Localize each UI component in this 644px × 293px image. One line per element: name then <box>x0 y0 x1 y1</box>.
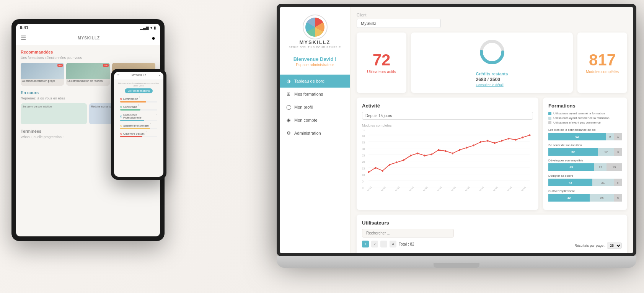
battery-icon: ▮ <box>154 26 156 30</box>
formation-bars-5: 42 25 5 <box>548 194 622 202</box>
phone-trait-extraversion: Extraversion › <box>117 96 160 104</box>
legend-started: Utilisateurs ayant commencé la formation <box>548 116 622 120</box>
fbar-started-1: 9 <box>606 133 614 140</box>
tablet-status-bar: 9:41 ▂▄▆ ▾ ▮ <box>16 24 160 31</box>
svg-text:10: 10 <box>362 173 365 177</box>
in-progress-card-1[interactable]: Se servir de son intuition <box>21 103 87 124</box>
formation-bars-1: 62 9 1 <box>548 133 622 140</box>
user-icon: ◯ <box>286 104 291 110</box>
tablet-brand: MYSKILLZ <box>78 36 100 40</box>
sidebar-item-tableau-de-bord[interactable]: ◑ Tableau de bord <box>280 75 350 88</box>
formation-name-2: Se servir de son intuition <box>548 143 622 147</box>
svg-text:15: 15 <box>362 166 365 170</box>
client-section: Client MySkillz <box>357 13 627 28</box>
chevron-convivialite[interactable]: › <box>138 103 139 107</box>
fbar-notstarted-4: 8 <box>614 179 622 186</box>
trait-bar-bg-4 <box>120 128 157 129</box>
phone-trait-ouverture: Ouverture d'esprit › <box>117 131 160 138</box>
middle-row: Activité Depuis 15 jours Modules complét… <box>357 98 627 210</box>
fbar-notstarted-2: 3 <box>614 148 622 156</box>
chart-area: 0 5 10 15 20 25 30 35 40 45 <box>362 130 533 205</box>
page-btn-dots[interactable]: ... <box>380 241 387 247</box>
sidebar-welcome: Bienvenue David ! <box>293 56 337 62</box>
trait-dot-ouverture <box>120 133 122 135</box>
fbar-notstarted-5: 5 <box>614 194 622 202</box>
tablet-time: 9:41 <box>20 25 28 30</box>
sidebar-brand: MYSKILLZ <box>300 39 331 45</box>
fbar-notstarted-1: 1 <box>614 133 622 140</box>
hamburger-icon[interactable]: ☰ <box>21 34 26 42</box>
svg-point-31 <box>438 149 439 151</box>
total-label: Total : 82 <box>399 242 414 246</box>
grid-icon: ⊞ <box>286 91 291 97</box>
svg-text:35: 35 <box>362 140 365 144</box>
formation-name-5: Cultiver l'optimisme <box>548 189 622 193</box>
svg-point-33 <box>452 152 453 154</box>
sidebar-label-admin: Administration <box>294 131 321 135</box>
sidebar-label-formations: Mes formations <box>294 92 323 96</box>
sidebar: MYSKILLZ SERIE D'OUTILS POUR REUSSIR Bie… <box>280 7 351 253</box>
client-select[interactable]: MySkillz <box>357 19 441 28</box>
sidebar-item-administration[interactable]: ⚙ Administration <box>280 127 350 140</box>
svg-point-24 <box>389 164 390 166</box>
logo-circle-inner <box>305 18 324 37</box>
laptop-body <box>277 256 636 268</box>
fbar-completed-3: 45 <box>548 163 594 171</box>
stat-card-active-users: 72 Utilisateurs actifs <box>357 33 406 93</box>
svg-point-37 <box>480 141 481 143</box>
sidebar-label-tableau: Tableau de bord <box>294 79 324 83</box>
trait-dot-stabilite <box>120 125 122 127</box>
fbar-started-2: 17 <box>598 148 614 156</box>
credits-title: Crédits restants <box>476 72 508 76</box>
chevron-stabilite[interactable]: › <box>150 122 151 125</box>
chevron-conscience[interactable]: › <box>156 113 157 116</box>
formation-bars-2: 52 17 3 <box>548 148 622 156</box>
trait-label-extraversion: Extraversion <box>123 98 138 100</box>
activity-title: Activité <box>362 103 533 109</box>
svg-point-36 <box>473 145 474 146</box>
sidebar-nav: ◑ Tableau de bord ⊞ Mes formations ◯ Mon… <box>280 75 350 140</box>
phone-hamburger[interactable]: ☰ <box>117 74 119 77</box>
page-btn-1[interactable]: 1 <box>362 241 369 247</box>
phone-formations-btn[interactable]: Voir les formations <box>125 88 153 93</box>
fbar-started-5: 25 <box>590 194 614 202</box>
users-search-input[interactable] <box>362 229 454 238</box>
sidebar-item-mon-profil[interactable]: ◯ Mon profil <box>280 101 350 114</box>
svg-point-27 <box>410 155 411 156</box>
svg-point-38 <box>487 140 488 142</box>
page-btn-2[interactable]: 2 <box>371 241 378 247</box>
chevron-ouverture[interactable]: › <box>145 130 147 133</box>
chart-label: Modules complétés <box>362 124 533 127</box>
svg-text:20: 20 <box>362 160 365 164</box>
activity-section: Activité Depuis 15 jours Modules complét… <box>357 98 538 210</box>
phone-trait-stabilite: Stabilité émotionnelle › <box>117 123 160 130</box>
donut-svg <box>479 39 505 65</box>
tablet-header: ☰ MYSKILLZ ● <box>16 31 160 45</box>
sidebar-item-mes-formations[interactable]: ⊞ Mes formations <box>280 88 350 101</box>
recommended-desc: Des formations sélectionnées pour vous <box>21 56 155 60</box>
active-users-number: 72 <box>373 52 391 68</box>
tablet-card-2[interactable]: La communication en réunion 0% <box>66 63 109 86</box>
credits-link[interactable]: Consulter le détail <box>476 83 508 87</box>
trait-bar-stabilite <box>120 128 150 129</box>
rpp-select[interactable]: 25 <box>607 243 622 249</box>
svg-text:25: 25 <box>362 153 365 157</box>
fbar-completed-5: 42 <box>548 194 590 202</box>
laptop-notch <box>434 263 479 268</box>
formations-title: Formations <box>548 103 622 109</box>
page-btn-4[interactable]: 4 <box>390 241 396 247</box>
svg-point-35 <box>466 147 467 149</box>
phone-header: ☰ MYSKILLZ ● <box>114 72 163 80</box>
fbar-completed-2: 52 <box>548 148 598 156</box>
activity-filter[interactable]: Depuis 15 jours <box>362 112 533 120</box>
formation-row-3: Développer son empathie 45 12 15 <box>548 159 622 171</box>
trait-bar-bg-3 <box>120 120 157 121</box>
svg-text:30: 30 <box>362 147 365 151</box>
legend-label-not-started: Utilisateurs n'ayant pas commencé <box>553 121 601 124</box>
pagination-row: 1 2 ... 4 Total : 82 Résultats par page … <box>362 241 622 251</box>
chevron-extraversion[interactable]: › <box>139 95 140 99</box>
tablet-card-1[interactable]: La communication en projet 0% <box>21 63 64 86</box>
sidebar-item-mon-compte[interactable]: ◉ Mon compte <box>280 114 350 127</box>
svg-text:24/08/2021: 24/08/2021 <box>378 186 386 191</box>
legend-label-started: Utilisateurs ayant commencé la formation <box>553 116 610 120</box>
